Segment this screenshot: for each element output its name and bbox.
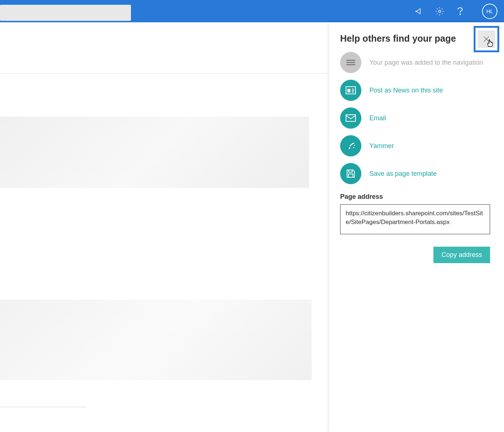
email-item[interactable]: Email — [340, 106, 494, 130]
search-input[interactable] — [0, 5, 131, 21]
navigation-label: Your page was added to the navigation — [369, 59, 483, 67]
close-button-inner — [478, 30, 495, 48]
svg-point-0 — [439, 10, 441, 12]
divider — [0, 407, 86, 407]
svg-rect-17 — [349, 174, 353, 177]
background-section — [0, 300, 312, 380]
svg-rect-8 — [347, 89, 350, 92]
email-label: Email — [369, 114, 386, 122]
copy-button-row: Copy address — [340, 247, 490, 263]
copy-address-button[interactable]: Copy address — [433, 247, 490, 263]
news-icon — [340, 80, 361, 101]
svg-rect-16 — [349, 170, 352, 172]
gear-icon[interactable] — [435, 7, 444, 16]
page-address-label: Page address — [340, 193, 494, 201]
svg-point-14 — [354, 145, 355, 146]
save-template-label: Save as page template — [369, 170, 437, 178]
svg-rect-7 — [346, 87, 356, 94]
close-button[interactable] — [474, 26, 499, 52]
post-news-item[interactable]: Post as News on this site — [340, 78, 494, 102]
panel-title: Help others find your page — [340, 33, 456, 44]
background-section — [0, 188, 312, 300]
divider — [0, 73, 327, 74]
page-address-section: Page address — [340, 193, 494, 236]
svg-rect-12 — [346, 115, 356, 121]
panel-header: Help others find your page — [340, 33, 494, 44]
background-section — [0, 117, 309, 188]
post-news-label: Post as News on this site — [369, 87, 443, 94]
help-others-panel: Help others find your page — [329, 22, 504, 432]
save-template-item[interactable]: Save as page template — [340, 162, 494, 186]
help-icon[interactable] — [456, 7, 464, 16]
yammer-label: Yammer — [369, 142, 394, 150]
yammer-item[interactable]: Yammer — [340, 134, 494, 158]
avatar-initials: HL — [486, 8, 493, 14]
page-address-input[interactable] — [340, 204, 490, 234]
save-icon — [340, 163, 361, 184]
svg-point-1 — [460, 14, 460, 15]
search-container — [0, 2, 131, 21]
yammer-icon — [340, 135, 361, 156]
top-bar-right: HL — [415, 4, 497, 19]
hamburger-icon — [340, 52, 361, 73]
megaphone-icon[interactable] — [415, 7, 424, 16]
svg-point-13 — [353, 143, 354, 144]
top-bar: HL — [0, 0, 504, 22]
main-content: Help others find your page — [0, 22, 504, 432]
cursor-pointer-icon — [486, 39, 494, 47]
avatar[interactable]: HL — [482, 4, 497, 19]
svg-point-15 — [353, 147, 354, 148]
email-icon — [340, 107, 361, 129]
navigation-added-item: Your page was added to the navigation — [340, 50, 494, 75]
